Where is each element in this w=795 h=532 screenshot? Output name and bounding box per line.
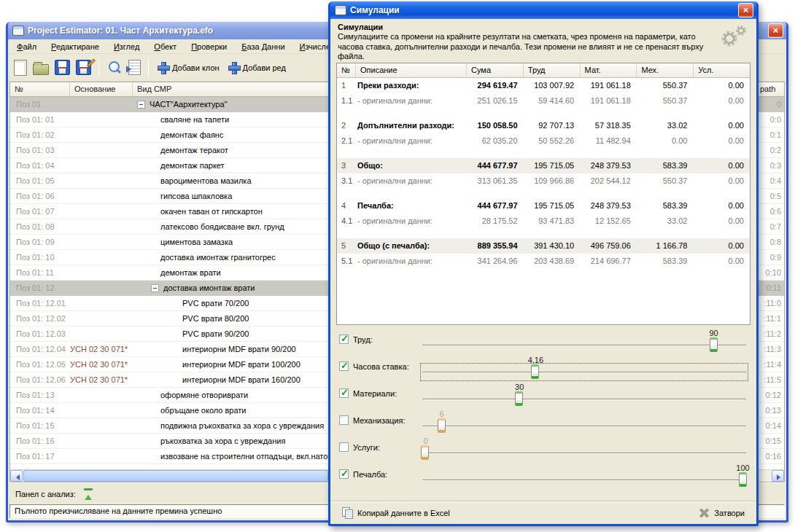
slider-value: 6: [427, 410, 457, 418]
sim-row: 2.1- оригинални данни:62 035.2050 552.26…: [337, 133, 750, 149]
row-number: Поз 01: 07: [10, 204, 70, 219]
row-basis: [70, 326, 133, 341]
slider-checkbox[interactable]: [339, 335, 349, 344]
sim-row-value: 59 414.60: [524, 93, 581, 109]
sim-row-value: 12 152.65: [580, 214, 637, 229]
slider-track[interactable]: 90: [422, 328, 746, 355]
slider-checkbox[interactable]: [339, 361, 349, 371]
sim-row-value: 103 007.92: [524, 78, 581, 93]
sim-col-desc: Описание: [356, 63, 467, 77]
slider-track[interactable]: 4.16: [422, 355, 746, 382]
row-basis: [70, 281, 133, 295]
simulation-table-body: 1Преки разходи:294 619.47103 007.92191 0…: [337, 78, 750, 269]
open-file-icon[interactable]: [33, 64, 49, 75]
row-path: :11:3: [755, 342, 784, 356]
row-number: Поз 01: 03: [10, 143, 70, 157]
scroll-left-button[interactable]: [10, 470, 23, 482]
new-file-icon[interactable]: [14, 60, 27, 76]
expand-panel-icon[interactable]: [83, 488, 94, 499]
scrollbar-thumb[interactable]: [23, 470, 328, 482]
sim-row-value: 444 677.97: [467, 198, 524, 214]
slider-track[interactable]: 30: [422, 382, 746, 409]
sim-row-value: 550.37: [637, 78, 694, 93]
slider-row: Печалба:100: [338, 463, 748, 490]
row-number: Поз 01: 10: [10, 250, 70, 265]
row-path: 0:4: [755, 173, 784, 188]
slider-thumb[interactable]: [531, 364, 539, 379]
sim-row: 3Общо:444 677.97195 715.05248 379.53583.…: [337, 158, 750, 173]
sim-row-no: 5: [337, 238, 356, 254]
row-path: 0:0: [755, 112, 784, 127]
menu-item-файл[interactable]: Файл: [11, 41, 42, 52]
slider-thumb[interactable]: [739, 472, 747, 487]
column-header-path[interactable]: path: [755, 82, 784, 96]
row-basis: [70, 434, 133, 448]
slider-track-line: [422, 453, 746, 454]
sim-row-value: 444 677.97: [467, 158, 524, 173]
menu-item-проверки[interactable]: Проверки: [185, 41, 233, 52]
scroll-right-button[interactable]: [772, 470, 784, 482]
collapse-icon[interactable]: [137, 101, 145, 109]
sim-row-value: 391 430.10: [524, 238, 581, 254]
row-path: :11:4: [755, 357, 784, 372]
sim-col-trud: Труд: [524, 63, 581, 77]
sim-row-value: 583.39: [637, 158, 694, 173]
column-header-basis[interactable]: Основание: [70, 82, 133, 96]
sliders-panel: Труд:90Часова ставка:4.16Материали:30Мех…: [330, 325, 756, 490]
sim-row-desc: Общо:: [356, 158, 467, 173]
save-icon[interactable]: [55, 60, 70, 75]
collapse-icon[interactable]: [151, 284, 159, 292]
slider-value: 90: [699, 329, 729, 337]
sim-row-value: 50 552.26: [524, 133, 581, 149]
simulation-table-header: № Описание Сума Труд Мат. Мех. Усл.: [337, 63, 750, 78]
menu-item-обект[interactable]: Обект: [148, 41, 182, 52]
simulations-dialog: Симулации × Симулации Симулациите са про…: [328, 1, 759, 526]
menu-item-редактиране[interactable]: Редактиране: [45, 41, 105, 52]
row-basis: [70, 418, 133, 433]
slider-checkbox[interactable]: [339, 442, 349, 452]
slider-thumb[interactable]: [438, 418, 446, 433]
menu-item-база данни[interactable]: База Данни: [236, 41, 290, 52]
sim-row-value: 1 166.78: [637, 238, 694, 254]
dialog-header-title: Симулации: [338, 23, 749, 31]
row-basis: УСН 02 30 071*: [70, 357, 133, 372]
row-basis: [70, 128, 133, 142]
slider-thumb[interactable]: [710, 337, 718, 352]
slider-checkbox[interactable]: [339, 388, 349, 398]
slider-thumb[interactable]: [421, 445, 429, 460]
copy-to-excel-button[interactable]: Копирай данните в Excel: [339, 505, 453, 520]
slider-checkbox[interactable]: [339, 415, 349, 425]
sim-row-value: 248 379.53: [580, 198, 637, 214]
slider-track[interactable]: 0: [422, 436, 746, 463]
row-basis: [70, 204, 133, 219]
sim-row-no: 2.1: [337, 133, 356, 149]
row-number: Поз 01: 12.03: [10, 326, 70, 341]
slider-thumb[interactable]: [515, 391, 523, 406]
row-path: 0:16: [755, 449, 784, 463]
slider-checkbox-group: Механизация:: [339, 415, 406, 425]
add-branch-button[interactable]: Добави клон: [156, 60, 221, 74]
column-header-num[interactable]: №: [10, 82, 70, 96]
sim-row-desc: Допълнителни разходи:: [356, 118, 467, 133]
slider-track[interactable]: 6: [422, 409, 746, 436]
sim-row: 4.1- оригинални данни:28 175.5293 471.83…: [337, 214, 750, 229]
main-close-button[interactable]: ×: [768, 23, 783, 38]
insert-template-icon[interactable]: [128, 60, 141, 75]
slider-value: 0: [411, 437, 440, 445]
row-basis: [70, 158, 133, 173]
slider-checkbox[interactable]: [339, 469, 349, 479]
menu-item-изглед[interactable]: Изглед: [108, 41, 145, 52]
add-row-button[interactable]: Добави ред: [227, 60, 287, 74]
row-basis: [70, 97, 133, 112]
close-dialog-button[interactable]: Затвори: [697, 506, 748, 520]
sim-row-value: 214 696.77: [580, 254, 637, 269]
row-number: Поз 01: 04: [10, 158, 70, 173]
row-path: 0:14: [755, 418, 784, 433]
dialog-close-button[interactable]: ×: [738, 3, 753, 17]
save-as-icon[interactable]: [76, 60, 91, 75]
slider-label: Материали:: [353, 389, 397, 398]
slider-row: Услуги:0: [338, 436, 748, 463]
slider-label: Механизация:: [353, 416, 406, 425]
slider-track[interactable]: 100: [422, 463, 746, 490]
search-icon[interactable]: [106, 60, 123, 76]
